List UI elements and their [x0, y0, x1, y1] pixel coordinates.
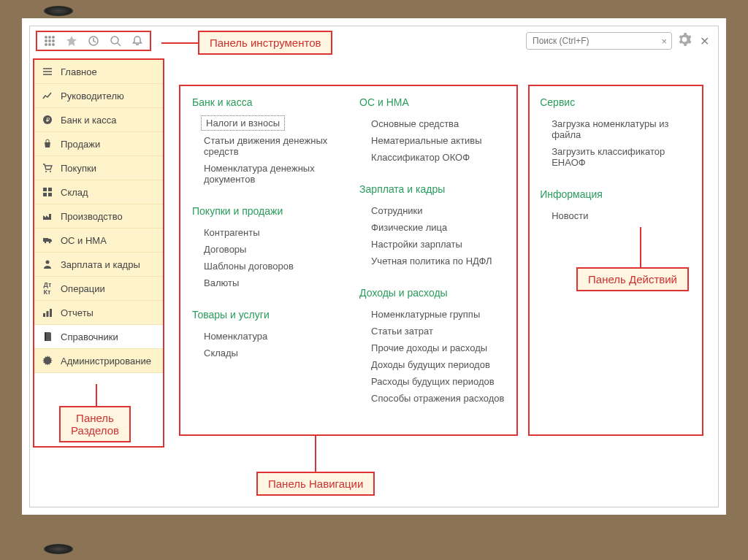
nav-item[interactable]: Прочие доходы и расходы [359, 340, 505, 356]
nav-item[interactable]: Сотрудники [359, 202, 505, 219]
sidebar-item-operations[interactable]: ДтКт Операции [34, 277, 163, 301]
nav-group-title: Покупки и продажи [192, 205, 337, 217]
sidebar-label: Продажи [61, 139, 100, 150]
sidebar-item-reports[interactable]: Отчеты [34, 301, 163, 325]
truck-icon [42, 234, 53, 246]
svg-rect-15 [43, 188, 47, 191]
sidebar-label: Покупки [61, 163, 96, 174]
svg-point-3 [45, 40, 47, 42]
nav-item[interactable]: Доходы будущих периодов [359, 356, 505, 373]
sidebar-label: ОС и НМА [61, 235, 107, 246]
sidebar-item-main[interactable]: Главное [34, 60, 163, 84]
actions-item[interactable]: Загрузить классификатор ЕНАОФ [540, 143, 692, 171]
svg-point-1 [49, 37, 50, 38]
nav-item[interactable]: Основные средства [359, 115, 505, 132]
nav-item[interactable]: Учетная политика по НДФЛ [359, 253, 505, 269]
actions-group-title: Сервис [540, 96, 692, 108]
svg-rect-25 [50, 309, 52, 317]
nav-item[interactable]: Номенклатура [192, 328, 337, 345]
nav-item[interactable]: Шаблоны договоров [192, 258, 337, 275]
nav-group-title: ОС и НМА [359, 96, 505, 108]
nav-item[interactable]: Договоры [192, 241, 337, 258]
sidebar-item-production[interactable]: Производство [34, 204, 163, 229]
sidebar-label: Банк и касса [61, 115, 117, 126]
close-icon[interactable]: ✕ [697, 34, 712, 48]
sidebar-label: Главное [61, 66, 97, 77]
nav-item[interactable]: Статьи затрат [359, 323, 505, 340]
sidebar-label: Склад [61, 187, 88, 198]
nav-item[interactable]: Нематериальные активы [359, 132, 505, 149]
history-icon[interactable] [87, 34, 100, 47]
svg-point-7 [49, 44, 50, 45]
nav-item[interactable]: Валюты [192, 275, 337, 291]
nav-item[interactable]: Налоги и взносы [201, 115, 285, 131]
sidebar-item-manager[interactable]: Руководителю [34, 84, 163, 108]
search-icon[interactable] [109, 34, 122, 47]
callout-actions: Панель Действий [576, 267, 689, 291]
svg-point-10 [111, 37, 118, 44]
nav-group-title: Зарплата и кадры [359, 183, 505, 195]
nav-item[interactable]: Номенклатурные группы [359, 306, 505, 323]
svg-rect-23 [43, 313, 45, 317]
nav-item[interactable]: Настройки зарплаты [359, 236, 505, 253]
sidebar-item-sales[interactable]: Продажи [34, 132, 163, 156]
navigation-panel: Банк и касса Налоги и взносы Статьи движ… [179, 85, 518, 436]
toolbar: × ✕ [30, 26, 718, 55]
search-box[interactable]: × [526, 32, 672, 50]
nav-col-1: Банк и касса Налоги и взносы Статьи движ… [192, 96, 337, 424]
actions-item[interactable]: Новости [540, 207, 692, 224]
actions-item[interactable]: Загрузка номенклатуры из файла [540, 115, 692, 143]
bell-icon[interactable] [131, 34, 144, 47]
nav-item[interactable]: Способы отражения расходов [359, 390, 505, 407]
svg-rect-18 [48, 193, 52, 196]
nav-item[interactable]: Контрагенты [192, 224, 337, 241]
clear-search-icon[interactable]: × [661, 36, 667, 47]
callout-navigation: Панель Навигации [256, 472, 375, 496]
nav-item[interactable]: Физические лица [359, 219, 505, 236]
sidebar-label: Отчеты [61, 307, 94, 318]
gear-icon [42, 355, 53, 367]
svg-text:₽: ₽ [46, 117, 50, 123]
nav-group-title: Банк и касса [192, 96, 337, 108]
sidebar-item-stock[interactable]: Склад [34, 180, 163, 204]
nav-group-title: Товары и услуги [192, 309, 337, 321]
ruble-icon: ₽ [42, 114, 53, 126]
callout-sections: Панель Разделов [59, 406, 131, 442]
person-icon [42, 258, 53, 270]
sidebar-label: Руководителю [61, 91, 124, 101]
sidebar-item-bank[interactable]: ₽ Банк и касса [34, 108, 163, 132]
chart-line-icon [42, 90, 53, 101]
svg-point-4 [49, 40, 50, 42]
sidebar-item-assets[interactable]: ОС и НМА [34, 229, 163, 253]
toolbar-icons-group [36, 31, 151, 51]
nav-item[interactable]: Расходы будущих периодов [359, 373, 505, 390]
sidebar-label: Администрирование [61, 356, 151, 367]
dk-icon: ДтКт [42, 283, 53, 294]
sidebar-item-directories[interactable]: Справочники [34, 325, 163, 349]
sidebar-label: Справочники [61, 331, 118, 342]
sidebar-label: Операции [61, 283, 105, 294]
sidebar-item-purchases[interactable]: Покупки [34, 156, 163, 180]
apps-icon[interactable] [43, 34, 56, 47]
nav-item[interactable]: Номенклатура денежных документов [192, 160, 337, 188]
svg-rect-26 [45, 332, 46, 341]
nav-item[interactable]: Статьи движения денежных средств [192, 132, 337, 160]
nav-item[interactable]: Классификатор ОКОФ [359, 149, 505, 166]
svg-rect-19 [43, 238, 48, 242]
svg-point-14 [50, 171, 51, 172]
svg-rect-17 [43, 193, 47, 196]
bag-icon [42, 138, 53, 150]
content-area: Банк и касса Налоги и взносы Статьи движ… [164, 55, 718, 450]
svg-point-22 [46, 261, 50, 264]
sidebar-label: Производство [61, 211, 123, 222]
bars-icon [42, 307, 53, 318]
svg-rect-24 [47, 311, 49, 317]
factory-icon [42, 210, 53, 222]
nav-item[interactable]: Склады [192, 345, 337, 361]
sidebar-item-admin[interactable]: Администрирование [34, 349, 163, 373]
sidebar-item-hr[interactable]: Зарплата и кадры [34, 253, 163, 277]
search-input[interactable] [531, 35, 661, 47]
app-window: × ✕ Панель инструментов Главное [29, 26, 719, 507]
settings-icon[interactable] [678, 33, 691, 50]
star-icon[interactable] [65, 34, 78, 47]
